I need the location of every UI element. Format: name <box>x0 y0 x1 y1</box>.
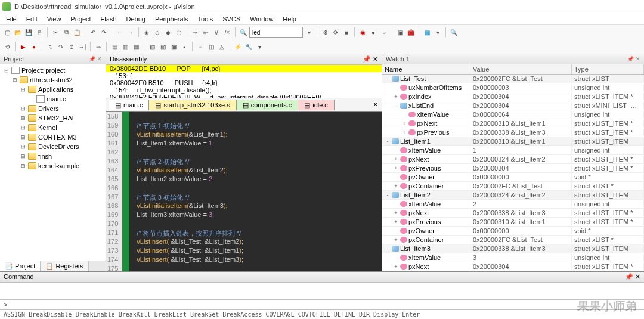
window-icon[interactable]: ▣ <box>395 27 405 37</box>
find-icon[interactable]: 🔍 <box>239 27 248 37</box>
watch-close-icon[interactable]: 📌 ✕ <box>627 56 640 62</box>
runto-icon[interactable]: →| <box>78 42 87 51</box>
bookmark-next-icon[interactable]: ◆ <box>163 27 173 37</box>
watch-row[interactable]: +pxNext0x20000338 &List_Item3struct xLIS… <box>382 209 644 218</box>
debug-icon[interactable]: ◉ <box>358 27 367 37</box>
menu-file[interactable]: File <box>1 14 21 24</box>
watch-row[interactable]: xItemValue0x00000064unsigned int <box>382 110 644 119</box>
toolbox-icon[interactable]: 🧰 <box>406 27 416 37</box>
pane-pin-icon[interactable]: 📌 ✕ <box>89 56 102 62</box>
save-icon[interactable]: 💾 <box>24 27 33 37</box>
cut-icon[interactable]: ✂ <box>51 27 60 37</box>
redo-icon[interactable]: ↷ <box>99 27 109 37</box>
serial-win-icon[interactable]: ▫ <box>196 42 205 51</box>
watch-row[interactable]: +pxContainer0x200002FC &List_Teststruct … <box>382 182 644 191</box>
watch-row[interactable]: -List_Item10x20000310 &List_Item1struct … <box>382 137 644 146</box>
menu-project[interactable]: Project <box>66 14 95 24</box>
watch-row[interactable]: uxNumberOfItems0x00000003unsigned int <box>382 83 644 92</box>
watch-row[interactable]: +pxContainer0x200002FC &List_Teststruct … <box>382 236 644 244</box>
quick-find-input[interactable] <box>249 27 303 38</box>
reset-icon[interactable]: ⟲ <box>2 42 12 51</box>
command-close-icon[interactable]: 📌 ✕ <box>625 273 640 281</box>
find-dd-icon[interactable]: ▾ <box>304 27 314 37</box>
menu-debug[interactable]: Debug <box>122 14 150 24</box>
build-icon[interactable]: ⚙ <box>320 27 330 37</box>
config-icon[interactable]: ▦ <box>422 27 432 37</box>
comment-icon[interactable]: // <box>212 27 221 37</box>
toolbox2-icon[interactable]: 🔧 <box>244 42 253 51</box>
menu-help[interactable]: Help <box>278 14 301 24</box>
watch-row[interactable]: +pxNext0x20000304struct xLIST_ITEM * <box>382 262 644 271</box>
regs-win-icon[interactable]: ▧ <box>147 42 157 51</box>
watch-col-type[interactable]: Type <box>572 64 644 74</box>
nav-fwd-icon[interactable]: → <box>126 27 135 37</box>
watch-grid[interactable]: Name Value Type -List_Test0x200002FC &Li… <box>382 64 644 271</box>
more-dd-icon[interactable]: ▾ <box>255 42 264 51</box>
watch-row[interactable]: xItemValue1unsigned int <box>382 146 644 155</box>
tree-node[interactable]: ⊞finsh <box>1 151 104 161</box>
copy-icon[interactable]: ⧉ <box>61 27 71 37</box>
watch-win-icon[interactable]: ▩ <box>169 42 178 51</box>
tree-node[interactable]: ⊟rtthread-stm32 <box>1 75 104 85</box>
tree-node[interactable]: ⊟Project: project <box>1 66 104 75</box>
kill-bp-icon[interactable]: ○ <box>379 27 389 37</box>
watch-row[interactable]: +pxPrevious0x20000338 &List_Item3struct … <box>382 128 644 137</box>
watch-row[interactable]: -xListEnd0x20000304struct xMINI_LIST_… <box>382 101 644 110</box>
watch-row[interactable]: +pxIndex0x20000304struct xLIST_ITEM * <box>382 92 644 101</box>
editor-tab[interactable]: ▤idle.c <box>298 100 335 110</box>
bookmark-prev-icon[interactable]: ◇ <box>153 27 162 37</box>
menu-tools[interactable]: Tools <box>193 14 218 24</box>
trace-icon[interactable]: ◬ <box>217 42 227 51</box>
watch-row[interactable]: +pxNext0x20000310 &List_Item1struct xLIS… <box>382 119 644 128</box>
magnify-icon[interactable]: 🔍 <box>449 27 459 37</box>
watch-row[interactable]: +pxPrevious0x20000310 &List_Item1struct … <box>382 218 644 227</box>
project-tree[interactable]: ⊟Project: project⊟rtthread-stm32⊟Applica… <box>0 64 106 261</box>
open-icon[interactable]: 📂 <box>13 27 23 37</box>
new-icon[interactable]: ▢ <box>2 27 12 37</box>
project-tab[interactable]: 📑 Project <box>0 261 41 271</box>
menu-flash[interactable]: Flash <box>96 14 122 24</box>
rebuild-icon[interactable]: ⟳ <box>331 27 340 37</box>
stop-icon[interactable]: ● <box>29 42 39 51</box>
menu-peripherals[interactable]: Peripherals <box>150 14 193 24</box>
run-icon[interactable]: ▶ <box>18 42 28 51</box>
disassembly-view[interactable]: 0x080042DE BD10 POP {r4,pc} 153: {0x0800… <box>106 65 382 98</box>
uncomment-icon[interactable]: /× <box>222 27 232 37</box>
stepout-icon[interactable]: ↥ <box>67 42 76 51</box>
tree-node[interactable]: ⊞Drivers <box>1 104 104 113</box>
nav-back-icon[interactable]: ← <box>115 27 125 37</box>
callstack-win-icon[interactable]: ▨ <box>158 42 168 51</box>
disasm-close-icon[interactable]: 📌 ✕ <box>363 55 378 63</box>
cmd-win-icon[interactable]: ▤ <box>110 42 119 51</box>
watch-row[interactable]: -List_Item30x20000338 &List_Item3struct … <box>382 244 644 253</box>
paste-icon[interactable]: 📋 <box>72 27 82 37</box>
saveall-icon[interactable]: ⎘ <box>35 27 44 37</box>
watch-row[interactable]: xItemValue3unsigned int <box>382 253 644 262</box>
registers-tab[interactable]: 📋 Registers <box>41 261 89 271</box>
insert-bp-icon[interactable]: ● <box>369 27 378 37</box>
tree-node[interactable]: ⊟Applications <box>1 85 104 94</box>
watch-row[interactable]: pvOwner0x00000000void * <box>382 173 644 182</box>
disasm-win-icon[interactable]: ▥ <box>120 42 130 51</box>
editor-tab[interactable]: ▤main.c <box>109 100 149 110</box>
watch-row[interactable]: -List_Item20x20000324 &List_Item2struct … <box>382 191 644 200</box>
analyzer-icon[interactable]: ◫ <box>206 42 216 51</box>
menu-edit[interactable]: Edit <box>21 14 42 24</box>
tree-node[interactable]: main.c <box>1 94 104 104</box>
show-next-icon[interactable]: ⇒ <box>94 42 103 51</box>
tree-node[interactable]: ⊞CORTEX-M3 <box>1 132 104 142</box>
stepover-icon[interactable]: ↷ <box>56 42 66 51</box>
watch-col-name[interactable]: Name <box>382 64 470 74</box>
menu-window[interactable]: Window <box>245 14 278 24</box>
watch-row[interactable]: xItemValue2unsigned int <box>382 200 644 209</box>
watch-row[interactable]: +pxNext0x20000324 &List_Item2struct xLIS… <box>382 155 644 164</box>
undo-icon[interactable]: ↶ <box>88 27 98 37</box>
symbol-win-icon[interactable]: ▦ <box>131 42 141 51</box>
tree-node[interactable]: ⊞kernel-sample <box>1 161 104 171</box>
system-icon[interactable]: ⚡ <box>233 42 243 51</box>
menu-svcs[interactable]: SVCS <box>218 14 245 24</box>
editor-tab-close-icon[interactable]: ✕ <box>369 101 382 109</box>
editor-tab[interactable]: ▤components.c <box>236 100 298 110</box>
watch-row[interactable]: -List_Test0x200002FC &List_Teststruct xL… <box>382 75 644 83</box>
watch-row[interactable]: +pxPrevious0x20000304struct xLIST_ITEM * <box>382 164 644 173</box>
